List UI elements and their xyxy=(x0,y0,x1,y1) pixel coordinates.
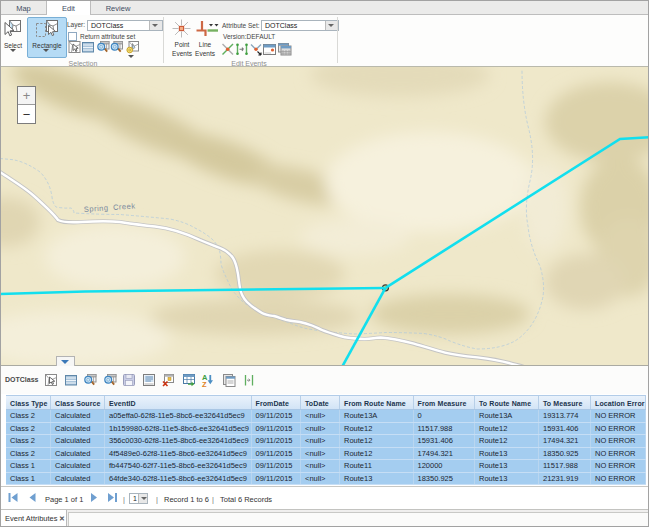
svg-text:Z: Z xyxy=(202,380,207,388)
